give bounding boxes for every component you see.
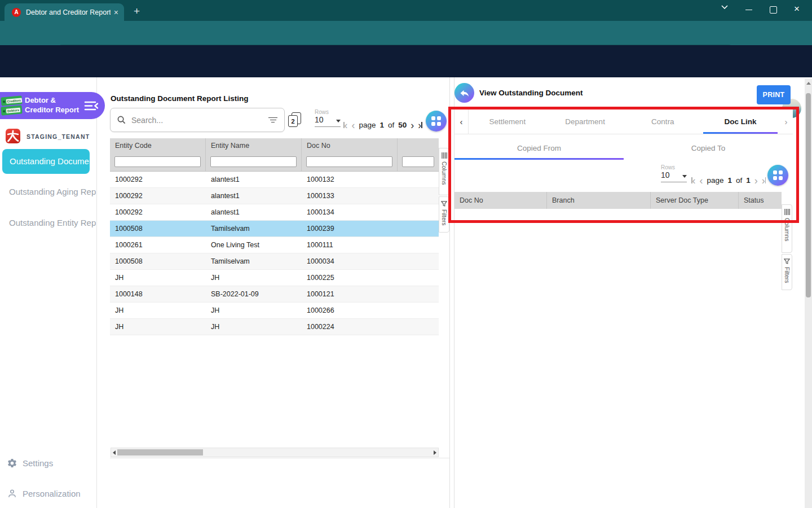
tab-scroll-left-icon[interactable]: ‹: [454, 109, 469, 134]
back-button[interactable]: [454, 83, 474, 103]
column-header[interactable]: Status: [739, 192, 782, 209]
table-cell: One Living Test: [206, 237, 302, 253]
search-input[interactable]: [130, 115, 268, 125]
tab-settlement[interactable]: Settlement: [469, 109, 546, 134]
of-label: of: [388, 121, 394, 129]
gear-icon: [7, 458, 17, 468]
column-filter-input[interactable]: [402, 156, 434, 167]
funnel-icon: [441, 201, 447, 207]
column-filter-input[interactable]: [210, 156, 297, 167]
subtab-copied-to[interactable]: Copied To: [624, 135, 793, 161]
tenant-icon: [6, 129, 20, 143]
tab-doc-link[interactable]: Doc Link: [701, 109, 779, 134]
close-window-icon[interactable]: ×: [794, 3, 800, 15]
sidebar-item-personalization[interactable]: Personalization: [7, 488, 81, 499]
horizontal-scrollbar[interactable]: [111, 448, 439, 457]
table-cell: [398, 221, 439, 237]
column-filter-input[interactable]: [306, 156, 392, 167]
table-row[interactable]: 1000148SB-2022-01-091000121: [110, 286, 439, 303]
detail-filters-tab[interactable]: Filters: [782, 254, 792, 290]
table-row[interactable]: JHJH1000266: [110, 303, 439, 319]
listing-table: Entity Code Entity Name Doc No 1000292al…: [110, 138, 439, 335]
next-page-icon[interactable]: ›: [754, 177, 758, 185]
table-cell: 1000225: [302, 270, 398, 286]
table-row[interactable]: 1000261One Living Test1000111: [110, 237, 439, 253]
browser-toolbar: ← → akaun.cloud/#/applet/tnt/wavelet/erp…: [0, 21, 812, 45]
sidebar-item-outstanding-aging-report[interactable]: Outstanding Aging Report: [9, 187, 96, 196]
table-cell: JH: [110, 319, 206, 335]
table-row[interactable]: 1000508Tamilselvam1000034: [110, 253, 439, 270]
browser-tab[interactable]: A Debtor and Creditor Report ×: [5, 3, 124, 21]
listing-panel-divider: [110, 458, 449, 458]
maximize-icon[interactable]: [770, 6, 777, 14]
minimize-icon[interactable]: [745, 4, 753, 10]
vertical-scrollbar[interactable]: [805, 78, 812, 508]
column-header[interactable]: Doc No: [454, 192, 547, 209]
last-page-icon[interactable]: ›: [418, 121, 422, 129]
sidebar-module-header[interactable]: Creditors Debtors Debtor & Creditor Repo…: [0, 92, 105, 119]
collapse-menu-icon[interactable]: [83, 99, 99, 112]
table-row[interactable]: 1000508Tamilselvam1000239: [110, 221, 439, 237]
table-cell: 1000292: [110, 172, 206, 187]
tab-scroll-right-icon[interactable]: ›: [779, 109, 793, 134]
scroll-right-icon[interactable]: [434, 450, 436, 455]
tab-department[interactable]: Department: [546, 109, 624, 134]
column-header[interactable]: Server Doc Type: [651, 192, 739, 209]
table-cell: Tamilselvam: [206, 253, 302, 269]
tab-contra[interactable]: Contra: [624, 109, 702, 134]
window-chevron-icon[interactable]: [721, 5, 728, 9]
table-cell: 1000111: [302, 237, 398, 253]
column-header[interactable]: Entity Code: [110, 138, 206, 154]
column-header[interactable]: Entity Name: [206, 138, 302, 154]
page-number: 1: [728, 176, 732, 185]
new-tab-icon[interactable]: +: [134, 5, 140, 17]
column-header[interactable]: Doc No: [302, 138, 398, 154]
table-row[interactable]: JHJH1000225: [110, 270, 439, 286]
angular-icon: A: [12, 8, 21, 17]
listing-columns-tab[interactable]: Columns: [439, 148, 449, 195]
rows-value-select[interactable]: 10: [661, 170, 687, 182]
module-title: Debtor & Creditor Report: [25, 96, 85, 115]
scroll-left-icon[interactable]: [113, 450, 116, 455]
duplicate-pages-icon[interactable]: 2: [288, 112, 303, 128]
vertical-scroll-thumb[interactable]: [806, 93, 811, 297]
detail-columns-tab[interactable]: Columns: [782, 204, 792, 253]
detail-table-header: Doc No Branch Server Doc Type Status: [454, 192, 782, 209]
grid-view-button[interactable]: [426, 111, 447, 132]
table-row[interactable]: 1000292alantest11000134: [110, 204, 439, 221]
table-row[interactable]: JHJH1000224: [110, 319, 439, 335]
person-icon: [7, 488, 17, 499]
table-cell: alantest1: [206, 204, 302, 220]
first-page-icon[interactable]: ‹: [343, 121, 348, 129]
listing-filters-tab[interactable]: Filters: [439, 196, 449, 233]
first-page-icon[interactable]: ‹: [691, 177, 696, 185]
sidebar-item-outstanding-document[interactable]: Outstanding Document: [2, 149, 90, 174]
sidebar-item-outstanding-entity-report[interactable]: Outstanding Entity Report: [9, 218, 96, 227]
column-header[interactable]: Branch: [547, 192, 651, 209]
scroll-up-icon[interactable]: [806, 82, 811, 85]
print-button[interactable]: PRINT: [757, 85, 791, 104]
detail-pagination: ‹ ‹ page 1 of 1 › ›: [691, 176, 766, 185]
next-page-icon[interactable]: ›: [411, 121, 414, 129]
close-tab-icon[interactable]: ×: [114, 8, 118, 16]
horizontal-scroll-thumb[interactable]: [117, 449, 203, 456]
subtab-copied-from[interactable]: Copied From: [454, 135, 624, 161]
grid-view-button[interactable]: [767, 165, 788, 186]
sidebar-item-settings[interactable]: Settings: [7, 458, 53, 468]
filter-list-icon[interactable]: [268, 117, 277, 122]
detail-rows-per-page-control[interactable]: Rows 10: [661, 164, 687, 182]
column-filter-input[interactable]: [114, 156, 201, 167]
table-cell: [398, 303, 439, 318]
table-row[interactable]: 1000292alantest11000132: [110, 172, 439, 188]
prev-page-icon[interactable]: ‹: [352, 121, 355, 129]
table-row[interactable]: 1000292alantest11000133: [110, 188, 439, 204]
funnel-icon: [784, 259, 790, 264]
rows-value-select[interactable]: 10: [315, 115, 341, 127]
table-cell: 1000148: [110, 286, 206, 302]
prev-page-icon[interactable]: ‹: [700, 177, 703, 185]
rows-per-page-control[interactable]: Rows 10: [315, 109, 341, 127]
table-cell: [398, 237, 439, 253]
debtor-creditor-ledger-icon: Creditors Debtors: [1, 96, 24, 115]
column-header[interactable]: [398, 138, 439, 154]
last-page-icon[interactable]: ›: [762, 177, 766, 185]
